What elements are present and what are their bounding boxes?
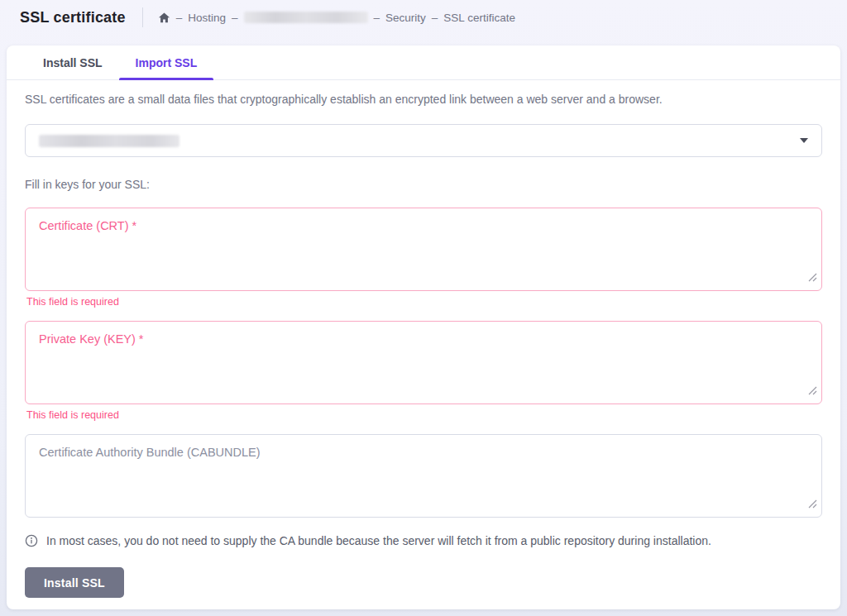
domain-select[interactable] xyxy=(25,124,822,157)
certificate-crt-error: This field is required xyxy=(26,296,822,308)
private-key-error: This field is required xyxy=(26,409,822,421)
ca-bundle-note-text: In most cases, you do not need to supply… xyxy=(46,532,711,549)
breadcrumb-item-current: SSL certificate xyxy=(443,12,515,24)
breadcrumb-item-domain-redacted[interactable] xyxy=(244,12,368,23)
chevron-down-icon xyxy=(800,138,808,143)
ssl-description: SSL certificates are a small data files … xyxy=(25,92,822,107)
breadcrumb-separator: – xyxy=(232,12,238,24)
tab-bar: Install SSL Import SSL xyxy=(7,45,840,80)
tab-content: SSL certificates are a small data files … xyxy=(7,80,840,598)
breadcrumb-separator: – xyxy=(432,12,438,24)
info-icon xyxy=(25,534,38,547)
breadcrumb-separator: – xyxy=(374,12,380,24)
ssl-card: Install SSL Import SSL SSL certificates … xyxy=(7,45,840,609)
certificate-crt-textarea[interactable] xyxy=(25,208,822,291)
domain-select-value-redacted xyxy=(39,135,179,147)
tab-install-ssl[interactable]: Install SSL xyxy=(26,45,119,79)
field-certificate-crt: This field is required xyxy=(25,208,822,308)
page-header: SSL certificate – Hosting – – Security –… xyxy=(0,0,847,35)
fill-keys-label: Fill in keys for your SSL: xyxy=(25,178,822,191)
field-ca-bundle xyxy=(25,434,822,518)
header-divider xyxy=(142,7,143,27)
tab-import-ssl[interactable]: Import SSL xyxy=(119,45,214,79)
breadcrumb-separator: – xyxy=(176,12,183,24)
breadcrumb: – Hosting – – Security – SSL certificate xyxy=(158,12,515,24)
page-title: SSL certificate xyxy=(20,9,126,26)
ca-bundle-textarea[interactable] xyxy=(25,434,822,518)
ca-bundle-note: In most cases, you do not need to supply… xyxy=(25,532,822,549)
private-key-textarea[interactable] xyxy=(25,321,822,404)
home-icon[interactable] xyxy=(158,12,170,24)
breadcrumb-item-hosting[interactable]: Hosting xyxy=(188,12,226,24)
install-ssl-button[interactable]: Install SSL xyxy=(25,567,124,598)
field-private-key: This field is required xyxy=(25,321,822,421)
breadcrumb-item-security[interactable]: Security xyxy=(385,12,426,24)
